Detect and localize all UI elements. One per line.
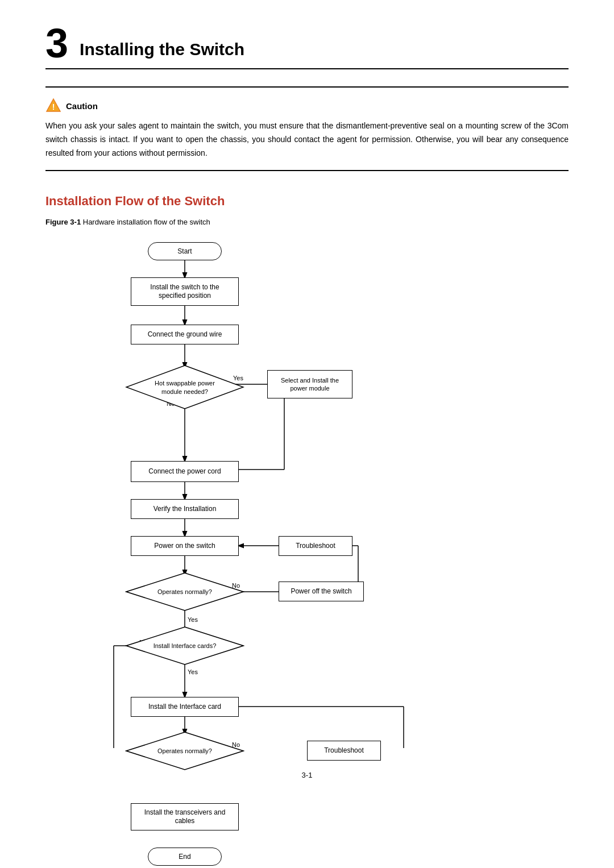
flowchart-arrows: Yes No No Yes No Yes No (80, 236, 478, 748)
svg-text:!: ! (52, 102, 55, 111)
flowchart-transceivers: Install the transceivers and cables (131, 803, 239, 830)
flowchart-power-off: Power off the switch (279, 582, 364, 601)
flowchart-ground: Connect the ground wire (131, 325, 239, 344)
flowchart-install-iface: Install the Interface card (131, 697, 239, 717)
caution-title-row: ! Caution (45, 98, 569, 114)
caution-label: Caution (66, 101, 98, 111)
flowchart-power-on: Power on the switch (131, 536, 239, 556)
chapter-title: Installing the Switch (80, 40, 244, 64)
svg-text:Yes: Yes (188, 668, 198, 675)
flowchart-select-power: Select and Install the power module (267, 370, 352, 398)
flowchart-hot-swap: Hot swappable powermodule needed? (125, 364, 244, 410)
flowchart-troubleshoot1: Troubleshoot (279, 536, 352, 556)
chapter-header: 3 Installing the Switch (45, 23, 569, 64)
figure-label: Figure 3-1 (45, 218, 81, 226)
page-number: 3-1 (45, 771, 569, 779)
caution-text: When you ask your sales agent to maintai… (45, 119, 569, 160)
flowchart-start: Start (148, 242, 222, 260)
svg-text:Yes: Yes (188, 616, 198, 623)
header-divider (45, 68, 569, 69)
section-title: Installation Flow of the Switch (45, 194, 569, 209)
flowchart-end: End (148, 848, 222, 866)
caution-icon: ! (45, 98, 61, 114)
flowchart-container: Yes No No Yes No Yes No (80, 236, 478, 748)
flowchart-operates2: Operates normally? (125, 731, 244, 771)
figure-caption: Figure 3-1 Hardware installation flow of… (45, 218, 569, 226)
caution-box: ! Caution When you ask your sales agent … (45, 86, 569, 171)
flowchart-iface-cards: Install Interface cards? (125, 626, 244, 666)
flowchart-install-pos: Install the switch to the specified posi… (131, 277, 239, 306)
figure-caption-text: Hardware installation flow of the switch (83, 218, 210, 226)
flowchart-operates1: Operates normally? (125, 572, 244, 612)
flowchart-verify: Verify the Installation (131, 499, 239, 519)
flowchart-power-cord: Connect the power cord (131, 461, 239, 482)
flowchart-troubleshoot2: Troubleshoot (307, 741, 381, 761)
chapter-number: 3 (45, 23, 68, 64)
